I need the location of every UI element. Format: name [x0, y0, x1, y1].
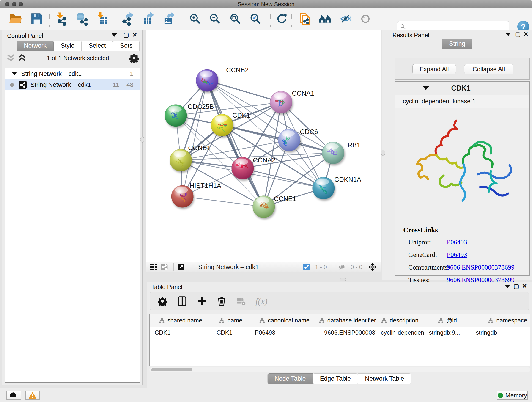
first-neighbors-icon[interactable]: [296, 10, 314, 28]
tree-caret-icon[interactable]: [12, 72, 17, 75]
crosslink-link[interactable]: 9606.ENSP00000378699: [447, 264, 515, 271]
table-cell[interactable]: stringdb:9...: [424, 327, 471, 338]
share-view-icon[interactable]: [160, 263, 169, 271]
bottom-splitter-handle[interactable]: [340, 278, 346, 281]
table-header-cell[interactable]: @id: [424, 314, 471, 327]
table-cell[interactable]: cyclin-dependent ...: [376, 327, 424, 338]
float-panel-icon[interactable]: ▢: [513, 283, 519, 289]
network-node[interactable]: [165, 104, 187, 127]
network-tree-row[interactable]: String Network – cdk11148: [5, 79, 140, 90]
network-node[interactable]: [312, 177, 335, 199]
table-cell[interactable]: CDK1: [211, 327, 250, 338]
network-edge[interactable]: [182, 80, 207, 196]
table-header-cell[interactable]: namespace: [471, 314, 530, 327]
close-panel-icon[interactable]: ✕: [132, 32, 137, 38]
import-table-icon[interactable]: [94, 10, 111, 28]
export-table-icon[interactable]: [139, 10, 157, 28]
tab-node-table[interactable]: Node Table: [267, 373, 313, 384]
overview-icon[interactable]: [177, 263, 186, 271]
zoom-selected-icon[interactable]: [247, 10, 264, 28]
cloud-button[interactable]: [6, 391, 21, 400]
collapse-all-button[interactable]: Collapse All: [464, 64, 513, 75]
network-edge[interactable]: [207, 80, 281, 102]
table-row[interactable]: CDK1CDK1P064939606.ENSP00000378699cyclin…: [150, 327, 530, 338]
network-node[interactable]: [211, 114, 233, 136]
zoom-in-icon[interactable]: [186, 10, 204, 28]
open-session-icon[interactable]: [7, 10, 25, 28]
collapse-all-icon[interactable]: [5, 52, 16, 64]
show-hide-icon[interactable]: [336, 10, 354, 28]
network-node[interactable]: [232, 157, 254, 179]
network-node[interactable]: [170, 149, 192, 171]
horizontal-scrollbar[interactable]: [149, 367, 530, 372]
gene-card-header[interactable]: CDK1: [395, 82, 530, 95]
table-header-cell[interactable]: description: [376, 314, 424, 327]
network-node[interactable]: [322, 142, 344, 164]
tab-sets[interactable]: Sets: [113, 41, 139, 51]
zoom-fit-icon[interactable]: [226, 10, 244, 28]
table-header-cell[interactable]: shared name: [150, 314, 211, 327]
network-graph[interactable]: CCNB2CCNA1CDC25BCDK1CDC6RB1CCNB1CCNA2CDK…: [146, 30, 381, 262]
crosslink-link[interactable]: P06493: [447, 251, 467, 259]
collapse-caret-icon[interactable]: [423, 86, 429, 90]
panel-menu-icon[interactable]: [112, 33, 117, 37]
gear-icon[interactable]: [128, 52, 139, 64]
table-header-cell[interactable]: name: [211, 314, 250, 327]
refresh-layout-icon[interactable]: [273, 10, 291, 28]
column-label: namespace: [496, 317, 527, 324]
scrollbar-thumb[interactable]: [151, 368, 192, 371]
tab-network-table[interactable]: Network Table: [358, 373, 411, 384]
search-input[interactable]: [408, 23, 506, 30]
export-network-icon[interactable]: [119, 10, 137, 28]
float-panel-icon[interactable]: ▢: [123, 32, 129, 38]
fit-content-icon[interactable]: [368, 263, 377, 271]
table-cell[interactable]: CDK1: [150, 327, 211, 338]
network-node[interactable]: [196, 70, 218, 91]
network-node[interactable]: [253, 196, 275, 218]
left-splitter-handle[interactable]: [140, 137, 144, 143]
column-label: database identifier: [327, 317, 376, 324]
network-edge[interactable]: [182, 196, 264, 207]
zoom-out-icon[interactable]: [206, 10, 224, 28]
memory-status-icon: [498, 393, 503, 398]
memory-button[interactable]: Memory: [497, 391, 528, 400]
network-node[interactable]: [270, 91, 292, 113]
table-cell[interactable]: stringdb: [471, 327, 530, 338]
delete-column-icon[interactable]: [216, 296, 227, 307]
export-image-icon[interactable]: [160, 10, 178, 28]
save-session-icon[interactable]: [28, 10, 46, 28]
hidden-eye-icon[interactable]: [337, 263, 346, 271]
tab-edge-table[interactable]: Edge Table: [313, 373, 358, 384]
tab-network[interactable]: Network: [17, 41, 54, 51]
add-column-icon[interactable]: [196, 296, 207, 307]
close-panel-icon[interactable]: ✕: [522, 283, 527, 289]
right-splitter-handle[interactable]: [381, 150, 385, 156]
warning-button[interactable]: [25, 391, 40, 400]
gear-icon[interactable]: [157, 296, 168, 307]
expand-all-icon[interactable]: [16, 52, 27, 64]
network-tree-row[interactable]: String Network – cdk11: [5, 68, 140, 79]
columns-icon[interactable]: [177, 296, 188, 307]
table-header-cell[interactable]: canonical name: [250, 314, 319, 327]
float-panel-icon[interactable]: ▢: [515, 31, 520, 37]
tab-select[interactable]: Select: [82, 41, 113, 51]
import-network-database-icon[interactable]: [73, 10, 91, 28]
home-icon[interactable]: [316, 10, 334, 28]
panel-menu-icon[interactable]: [505, 32, 511, 36]
network-canvas[interactable]: CCNB2CCNA1CDC25BCDK1CDC6RB1CCNB1CCNA2CDK…: [146, 30, 381, 262]
import-network-file-icon[interactable]: [52, 10, 70, 28]
close-panel-icon[interactable]: ✕: [523, 31, 528, 37]
grid-view-icon[interactable]: [149, 263, 158, 271]
table-cell[interactable]: P06493: [250, 327, 319, 338]
node-table[interactable]: shared namenamecanonical namedatabase id…: [149, 314, 530, 366]
table-cell[interactable]: 9606.ENSP00000378699: [319, 327, 376, 338]
table-header-cell[interactable]: database identifier: [319, 314, 376, 327]
network-icon: [19, 81, 27, 89]
crosslink-link[interactable]: P06493: [447, 238, 467, 246]
selected-checkbox-icon[interactable]: [302, 263, 311, 271]
tab-style[interactable]: Style: [54, 41, 82, 51]
panel-menu-icon[interactable]: [505, 285, 510, 288]
expand-all-button[interactable]: Expand All: [412, 64, 456, 75]
network-node[interactable]: [278, 129, 300, 151]
tab-string[interactable]: String: [442, 38, 472, 49]
